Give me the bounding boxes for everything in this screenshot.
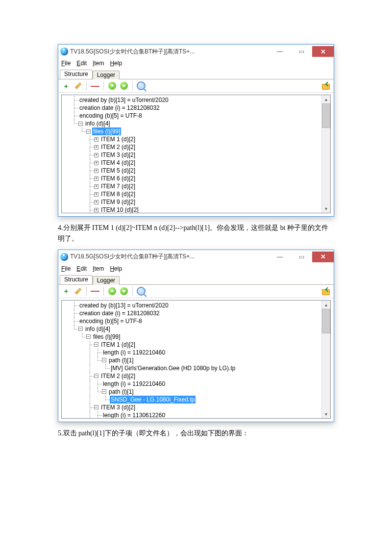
tree-node[interactable]: ITEM 8 (d)[2] [100,190,136,198]
tab-logger[interactable]: Logger [93,276,120,285]
scroll-up-icon[interactable]: ▴ [322,95,330,103]
tree-node[interactable]: length (i) = 1130612260 [102,411,166,419]
collapse-icon[interactable]: − [86,334,91,339]
tree-node[interactable]: ITEM 10 (d)[2] [100,206,140,213]
tree-node[interactable]: encoding (b)[5] = UTF-8 [78,317,143,325]
tree-node[interactable]: files (l)[99] [92,333,121,341]
tree-node[interactable]: ITEM 3 (d)[2] [100,404,136,411]
minimize-button[interactable]: — [269,252,291,262]
maximize-button[interactable]: ▭ [291,46,312,57]
tree-node[interactable]: ITEM 1 (d)[2] [100,135,136,143]
tree-node[interactable]: info (d)[4] [84,325,111,333]
menu-help[interactable]: Help [110,265,122,272]
collapse-icon[interactable]: − [102,389,106,394]
collapse-icon[interactable]: − [94,342,98,347]
tree-node-selected[interactable]: files (l)[99] [92,127,121,135]
collapse-icon[interactable]: − [78,122,83,126]
tab-structure[interactable]: Structure [60,275,93,284]
collapse-icon[interactable]: − [78,327,83,331]
minimize-button[interactable]: — [269,46,291,57]
scroll-down-icon[interactable]: ▾ [322,410,330,418]
move-up-icon[interactable] [107,286,117,296]
tree-node[interactable]: created by (b)[13] = uTorrent/2020 [78,302,170,309]
tab-structure[interactable]: Structure [60,70,93,79]
tree-node[interactable]: ITEM 7 (d)[2] [100,182,136,190]
collapse-icon[interactable]: − [94,405,98,409]
menu-file[interactable]: File [61,265,71,272]
tree-node[interactable]: path (l)[1] [108,356,135,364]
collapse-icon[interactable]: − [86,129,91,134]
remove-icon[interactable]: — [90,81,100,91]
tree-node[interactable]: creation date (i) = 1281208032 [78,104,161,112]
menu-item[interactable]: Item [93,60,104,67]
scroll-down-icon[interactable]: ▾ [322,204,330,213]
menu-item[interactable]: Item [93,265,104,272]
maximize-button[interactable]: ▭ [291,252,312,262]
tree-node[interactable]: length (i) = 1192210460 [102,380,166,388]
toolbar: + — [58,285,334,298]
expand-icon[interactable]: + [94,153,98,157]
expand-icon[interactable]: + [94,137,98,142]
open-folder-icon[interactable] [321,286,331,296]
expand-icon[interactable]: + [94,161,98,165]
tree-node[interactable]: path (l)[1] [108,388,135,396]
scroll-up-icon[interactable]: ▴ [322,301,330,309]
move-down-icon[interactable] [119,286,129,296]
expand-icon[interactable]: + [94,169,98,173]
scrollbar[interactable]: ▴ ▾ [321,301,330,418]
search-icon[interactable] [136,81,146,91]
expand-icon[interactable]: + [94,145,98,150]
menu-edit[interactable]: Edit [76,60,87,67]
titlebar[interactable]: TV18.5G[SOSI少女时代合集BT种子][高清TS+... — ▭ ✕ [58,250,334,264]
open-folder-icon[interactable] [321,81,331,91]
scroll-thumb[interactable] [322,309,330,333]
tree-node[interactable]: creation date (i) = 1281208032 [78,309,161,317]
add-icon[interactable]: + [61,286,71,296]
tree-node[interactable]: ITEM 3 (d)[2] [100,151,136,159]
scroll-thumb[interactable] [322,103,330,128]
titlebar[interactable]: TV18.5G[SOSI少女时代合集BT种子][高清TS+... — ▭ ✕ [58,45,334,58]
menu-help[interactable]: Help [110,60,122,67]
expand-icon[interactable]: + [94,192,98,197]
move-down-icon[interactable] [119,81,129,91]
tree-node[interactable]: ITEM 1 (d)[2] [100,341,136,349]
tree-node[interactable]: length (i) = 1192210460 [102,349,166,356]
tree-node[interactable]: ITEM 2 (d)[2] [100,143,136,151]
tree-node[interactable]: ITEM 5 (d)[2] [100,167,136,175]
tree-node-selected[interactable]: SNSD_Gee - LG.1080i_Fixed.tp [110,396,196,404]
expand-icon[interactable]: + [94,200,98,204]
tree-node[interactable]: info (d)[4] [84,120,111,127]
menubar: File Edit Item Help [58,58,334,68]
close-button[interactable]: ✕ [312,46,334,57]
expand-icon[interactable]: + [94,184,98,189]
scrollbar[interactable]: ▴ ▾ [321,95,330,213]
bencode-editor-window-1: TV18.5G[SOSI少女时代合集BT种子][高清TS+... — ▭ ✕ F… [58,44,334,217]
add-icon[interactable]: + [61,81,71,91]
tree-node[interactable]: [MV] Girls'Generation.Gee (HD 1080p by L… [110,364,236,372]
tree-view[interactable]: created by (b)[13] = uTorrent/2020 creat… [61,300,331,419]
tab-logger[interactable]: Logger [93,71,120,79]
edit-icon[interactable] [73,286,83,296]
collapse-icon[interactable]: − [102,358,106,362]
collapse-icon[interactable]: − [94,374,98,378]
close-button[interactable]: ✕ [312,252,334,262]
search-icon[interactable] [136,286,146,296]
remove-icon[interactable]: — [90,286,100,296]
tree-node[interactable]: ITEM 6 (d)[2] [100,175,136,182]
tree-node[interactable]: ITEM 4 (d)[2] [100,159,136,167]
menu-edit[interactable]: Edit [76,265,87,272]
expand-icon[interactable]: + [94,177,98,181]
tree-node[interactable]: ITEM 9 (d)[2] [100,198,136,206]
tree-node[interactable]: encoding (b)[5] = UTF-8 [78,112,143,120]
menubar: File Edit Item Help [58,264,334,274]
tree-view[interactable]: created by (b)[13] = uTorrent/2020 creat… [61,95,331,213]
move-up-icon[interactable] [107,81,117,91]
window-title: TV18.5G[SOSI少女时代合集BT种子][高清TS+... [70,48,195,56]
expand-icon[interactable]: + [94,208,98,212]
step-4-text: 4.分别展开 ITEM 1 (d)[2]~ITEM n (d)[2]-->pat… [58,223,334,245]
menu-file[interactable]: File [61,60,71,67]
edit-icon[interactable] [73,81,83,91]
tree-node[interactable]: created by (b)[13] = uTorrent/2020 [78,96,170,104]
tabbar: Structure Logger [58,274,334,285]
tree-node[interactable]: ITEM 2 (d)[2] [100,372,136,380]
